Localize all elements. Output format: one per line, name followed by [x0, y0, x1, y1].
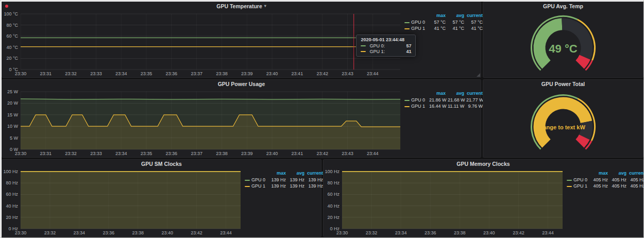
gpu-temperature-chart[interactable]: 23:3023:3123:3223:3323:3423:3523:3623:37… — [2, 10, 403, 77]
y-axis-label: 60 Hz — [327, 192, 340, 197]
panel-body: 23:3023:3223:3423:3623:3823:4023:4223:44… — [324, 168, 643, 236]
tooltip-series-color-icon — [361, 45, 366, 46]
legend-header-avg[interactable]: avg — [447, 91, 465, 97]
x-axis-label: 23:39 — [241, 151, 253, 156]
tooltip-series-label: GPU 0: — [369, 43, 385, 48]
tooltip-row: GPU 0:57 — [361, 43, 411, 48]
panel-title: GPU Temperature — [216, 3, 262, 9]
legend-row: GPU 116.44 W11.11 W9.76 W — [403, 103, 484, 109]
legend-series-color-icon — [245, 180, 250, 181]
panel-body: range to text kW — [483, 88, 643, 157]
x-axis-label: 23:42 — [513, 230, 524, 235]
legend-row: GPU 0139 Hz139 Hz139 Hz — [244, 177, 324, 183]
x-axis-label: 23:32 — [44, 230, 56, 235]
legend-value: 57 °C — [428, 19, 447, 25]
y-axis-label: 80 °C — [6, 23, 18, 28]
legend-series-gpu-0[interactable]: GPU 0 — [566, 177, 590, 183]
x-axis-label: 23:33 — [90, 151, 102, 156]
y-axis-label: 80 Hz — [327, 180, 340, 185]
legend-series-gpu-0[interactable]: GPU 0 — [403, 97, 428, 103]
tooltip-series-color-icon — [361, 51, 366, 52]
gpu-sm-clocks-chart[interactable]: 23:3023:3223:3423:3623:3823:4023:4223:44… — [2, 168, 244, 236]
y-axis-label: 0 W — [10, 147, 19, 152]
panel-body: 23:3023:3223:3423:3623:3823:4023:4223:44… — [2, 168, 321, 236]
x-axis-label: 23:44 — [220, 230, 232, 235]
x-axis-label: 23:43 — [342, 71, 353, 76]
legend-table: maxavgcurrentGPU 0405 Hz405 Hz405 HzGPU … — [566, 171, 644, 189]
y-axis-label: 60 Hz — [6, 192, 18, 197]
alert-indicator-icon — [5, 5, 8, 8]
x-axis-label: 23:36 — [425, 230, 436, 235]
y-axis-label: 100 °C — [4, 11, 18, 16]
legend-header-avg[interactable]: avg — [609, 171, 628, 177]
legend-value: 405 Hz — [609, 183, 628, 189]
panel-header-gpu-memory-clocks[interactable]: GPU Memory Clocks — [324, 160, 643, 168]
x-axis-label: 23:40 — [266, 71, 278, 76]
panel-header-gpu-power-usage[interactable]: GPU Power Usage — [2, 80, 481, 88]
legend-header-current[interactable]: current — [465, 13, 484, 19]
legend-series-gpu-0[interactable]: GPU 0 — [403, 19, 428, 25]
x-axis-label: 23:36 — [103, 230, 115, 235]
series-fill-gpu-1 — [21, 172, 241, 229]
panel-resize-handle[interactable] — [477, 73, 480, 77]
legend-header-max[interactable]: max — [428, 91, 447, 97]
x-axis-label: 23:41 — [292, 71, 303, 76]
chevron-down-icon[interactable]: ▾ — [264, 4, 266, 8]
panel-header-gpu-sm-clocks[interactable]: GPU SM Clocks — [2, 160, 321, 168]
gpu-power-usage-chart[interactable]: 23:3023:3123:3223:3323:3423:3523:3623:37… — [2, 88, 403, 157]
x-axis-label: 23:38 — [132, 230, 144, 235]
panel-body: 23:3023:3123:3223:3323:3423:3523:3623:37… — [2, 10, 481, 77]
x-axis-label: 23:35 — [141, 71, 152, 76]
y-axis-label: 40 Hz — [6, 203, 18, 209]
legend-value: 41 °C — [465, 25, 484, 31]
legend-series-color-icon — [245, 186, 250, 187]
y-axis-label: 60 °C — [6, 33, 18, 39]
y-axis-label: 20 Hz — [6, 215, 18, 220]
legend-series-gpu-0[interactable]: GPU 0 — [244, 177, 268, 183]
panel-title: GPU Power Usage — [218, 81, 265, 87]
legend-value: 405 Hz — [609, 177, 628, 183]
y-axis-label: 100 Hz — [325, 169, 340, 174]
legend-header-current[interactable]: current — [628, 171, 644, 177]
x-axis-label: 23:34 — [395, 230, 407, 235]
legend-header-max[interactable]: max — [268, 171, 287, 177]
x-axis-label: 23:37 — [191, 71, 202, 76]
legend-header-avg[interactable]: avg — [447, 13, 465, 19]
panel-header-gpu-temperature[interactable]: GPU Temperature ▾ — [2, 2, 481, 10]
power-chart-canvas: 23:3023:3123:3223:3323:3423:3523:3623:37… — [2, 88, 403, 157]
legend-header-max[interactable]: max — [590, 171, 609, 177]
legend-value: 139 Hz — [268, 177, 287, 183]
gpu-memory-clocks-legend: maxavgcurrentGPU 0405 Hz405 Hz405 HzGPU … — [566, 168, 643, 236]
x-axis-label: 23:36 — [166, 151, 178, 156]
legend-series-gpu-1[interactable]: GPU 1 — [566, 183, 590, 189]
panel-header-gpu-avg-temp[interactable]: GPU Avg. Temp — [483, 2, 643, 10]
y-axis-label: 25 W — [7, 89, 19, 94]
legend-series-gpu-1[interactable]: GPU 1 — [244, 183, 268, 189]
legend-header-current[interactable]: current — [465, 91, 484, 97]
legend-header-row: maxavgcurrent — [403, 91, 484, 97]
legend-row: GPU 1405 Hz405 Hz405 Hz — [566, 183, 644, 189]
gpu-memory-clocks-chart[interactable]: 23:3023:3223:3423:3623:3823:4023:4223:44… — [324, 168, 566, 236]
series-fill-gpu-1 — [342, 172, 563, 229]
panel-header-gpu-power-total[interactable]: GPU Power Total — [483, 80, 643, 88]
panel-title: GPU SM Clocks — [141, 161, 182, 167]
y-axis-label: 20 W — [7, 100, 19, 106]
x-axis-label: 23:38 — [216, 151, 228, 156]
legend-header-current[interactable]: current — [306, 171, 324, 177]
legend-header-spacer — [244, 171, 268, 177]
x-axis-label: 23:42 — [316, 71, 328, 76]
legend-value: 139 Hz — [306, 183, 324, 189]
x-axis-label: 23:38 — [216, 71, 228, 76]
legend-series-gpu-1[interactable]: GPU 1 — [403, 25, 428, 31]
x-axis-label: 23:37 — [191, 151, 202, 156]
panel-gpu-power-usage: GPU Power Usage 23:3023:3123:3223:3323:3… — [2, 79, 481, 158]
legend-header-row: maxavgcurrent — [403, 13, 484, 19]
screenshot-frame: GPU Temperature ▾ 23:3023:3123:3223:3323… — [0, 0, 644, 238]
legend-header-max[interactable]: max — [428, 13, 447, 19]
legend-series-gpu-1[interactable]: GPU 1 — [403, 103, 428, 109]
legend-series-color-icon — [404, 100, 410, 101]
legend-header-avg[interactable]: avg — [287, 171, 306, 177]
legend-value: 139 Hz — [287, 183, 306, 189]
y-axis-label: 40 °C — [6, 45, 18, 50]
legend-value: 21.86 W — [428, 97, 447, 103]
